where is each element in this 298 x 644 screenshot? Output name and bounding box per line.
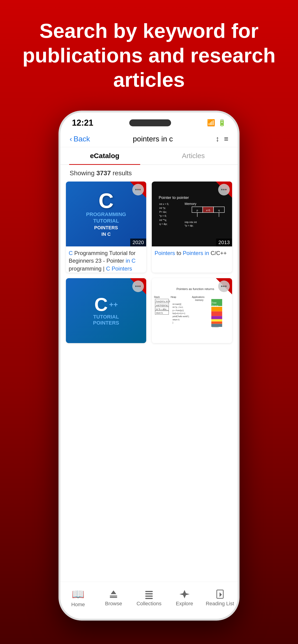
card-4-menu-button[interactable]: ••• bbox=[218, 280, 230, 292]
card-2-title-pointers: Pointers bbox=[155, 250, 175, 256]
result-card-1[interactable]: C PROGRAMMINGTUTORIALPOINTERSIN C ••• 20… bbox=[66, 182, 146, 272]
app-nav: ‹ Back pointers in c ↕ ≡ bbox=[60, 131, 238, 147]
svg-text:}: } bbox=[173, 322, 173, 324]
search-query-display: pointers in c bbox=[133, 135, 173, 143]
tab-articles[interactable]: Articles bbox=[149, 147, 238, 164]
svg-text:x=5: x=5 bbox=[206, 209, 210, 212]
svg-rect-37 bbox=[211, 319, 222, 321]
card-1-menu-button[interactable]: ••• bbox=[132, 184, 144, 196]
svg-text:int *b = alloc...: int *b = alloc... bbox=[156, 308, 168, 310]
phone-notch bbox=[129, 120, 171, 126]
svg-text:intp intx int: intp intx int bbox=[185, 221, 197, 224]
cpp-letter: C bbox=[94, 295, 108, 314]
tab-articles-label: Articles bbox=[182, 152, 205, 160]
card-1-title-c: C bbox=[69, 250, 73, 256]
svg-text:return 0;: return 0; bbox=[173, 318, 180, 320]
nav-reading-list-label: Reading List bbox=[206, 601, 234, 607]
svg-marker-50 bbox=[111, 590, 116, 594]
nav-home-label: Home bbox=[71, 602, 85, 608]
svg-text:Free: Free bbox=[212, 302, 216, 304]
bottom-nav: 📖 Home Browse Collections bbox=[60, 582, 238, 619]
explore-icon bbox=[179, 589, 190, 599]
svg-rect-38 bbox=[211, 321, 222, 324]
svg-rect-51 bbox=[145, 591, 153, 592]
cpp-plus: ++ bbox=[109, 300, 118, 309]
svg-text:int main(){: int main(){ bbox=[173, 303, 181, 305]
nav-item-home[interactable]: 📖 Home bbox=[60, 588, 96, 608]
battery-icon: 🔋 bbox=[218, 119, 226, 126]
svg-text:for(i=0;i<3;i++): for(i=0;i<3;i++) bbox=[173, 312, 185, 314]
tabs-bar: eCatalog Articles bbox=[60, 147, 238, 165]
svg-text:Applications: Applications bbox=[192, 296, 204, 298]
results-count: 3737 bbox=[96, 170, 111, 177]
svg-rect-52 bbox=[145, 593, 153, 594]
sort-icon[interactable]: ↕ bbox=[216, 135, 219, 143]
card-4-image: Pointers as function returns Stack Heap … bbox=[152, 278, 232, 343]
result-card-2[interactable]: Pointer to pointer int x = 5; int *p; P=… bbox=[152, 182, 232, 272]
card-1-title: C Programming Tutorial for Beginners 23 … bbox=[66, 246, 146, 272]
nav-item-collections[interactable]: Collections bbox=[131, 589, 167, 607]
card-1-year: 2020 bbox=[130, 238, 146, 246]
results-info: Showing 3737 results bbox=[60, 165, 238, 182]
results-suffix: results bbox=[113, 170, 132, 177]
filter-icon[interactable]: ≡ bbox=[224, 135, 228, 143]
nav-explore-label: Explore bbox=[176, 601, 193, 607]
card-2-year: 2013 bbox=[216, 238, 232, 246]
svg-text:int **q;: int **q; bbox=[159, 218, 167, 221]
nav-collections-label: Collections bbox=[136, 601, 162, 607]
svg-text:Stack: Stack bbox=[154, 296, 160, 298]
results-prefix: Showing bbox=[70, 170, 96, 177]
c-prog-subtitle: PROGRAMMINGTUTORIALPOINTERSIN C bbox=[86, 211, 126, 238]
nav-item-browse[interactable]: Browse bbox=[96, 589, 131, 607]
svg-rect-34 bbox=[211, 307, 222, 311]
svg-text:*p = 6;: *p = 6; bbox=[159, 214, 167, 217]
card-1-title-text2: programming | bbox=[69, 266, 106, 272]
tab-ecatalog-label: eCatalog bbox=[90, 152, 120, 160]
tab-ecatalog[interactable]: eCatalog bbox=[60, 147, 149, 164]
card-1-title-cpointers: C Pointers bbox=[106, 266, 132, 272]
card-2-title-pointersin: Pointers in bbox=[183, 250, 209, 256]
nav-item-reading-list[interactable]: Reading List bbox=[202, 589, 238, 607]
hero-text: Search by keyword for publications and r… bbox=[0, 0, 298, 106]
nav-action-icons: ↕ ≡ bbox=[216, 135, 228, 143]
card-1-title-inc: in C bbox=[126, 258, 136, 264]
svg-text:int *p;: int *p; bbox=[159, 206, 166, 209]
card-2-title-cpp: C/C++ bbox=[210, 250, 226, 256]
results-grid: C PROGRAMMINGTUTORIALPOINTERSIN C ••• 20… bbox=[60, 182, 238, 349]
svg-text:Func(int*a, int b): Func(int*a, int b) bbox=[156, 300, 170, 302]
cpp-subtitle: TUTORIALPOINTERS bbox=[93, 314, 119, 326]
svg-text:q: q bbox=[218, 209, 220, 212]
svg-text:int *p, i, k=1;: int *p, i, k=1; bbox=[173, 306, 183, 308]
svg-text:printf("hello world");: printf("hello world"); bbox=[173, 315, 189, 318]
chevron-left-icon: ‹ bbox=[70, 135, 72, 143]
svg-text:memory: memory bbox=[195, 299, 203, 301]
card-2-title: Pointers to Pointers in C/C++ bbox=[152, 246, 232, 257]
result-card-4[interactable]: Pointers as function returns Stack Heap … bbox=[152, 278, 232, 343]
nav-browse-label: Browse bbox=[105, 601, 122, 607]
svg-rect-48 bbox=[110, 596, 117, 596]
wifi-icon: 📶 bbox=[207, 119, 215, 126]
svg-text:*p = dp;: *p = dp; bbox=[185, 224, 194, 227]
svg-text:p: p bbox=[197, 209, 198, 212]
reading-list-icon bbox=[215, 589, 225, 599]
card-3-menu-button[interactable]: ••• bbox=[132, 280, 144, 292]
phone-wrapper: 12:21 📶 🔋 ‹ Back pointers in c ↕ ≡ eCata… bbox=[0, 106, 298, 620]
home-icon: 📖 bbox=[72, 588, 85, 600]
back-label[interactable]: Back bbox=[74, 135, 90, 143]
card-2-menu-button[interactable]: ••• bbox=[218, 184, 230, 196]
result-card-3[interactable]: C ++ TUTORIALPOINTERS ••• bbox=[66, 278, 146, 343]
svg-text:p = Func(p,i);: p = Func(p,i); bbox=[173, 309, 184, 311]
phone-frame: 12:21 📶 🔋 ‹ Back pointers in c ↕ ≡ eCata… bbox=[59, 110, 239, 620]
svg-text:Pointers as function returns: Pointers as function returns bbox=[176, 287, 214, 291]
collections-icon bbox=[144, 589, 154, 599]
svg-rect-53 bbox=[145, 596, 153, 597]
svg-marker-57 bbox=[219, 592, 222, 597]
svg-rect-35 bbox=[211, 311, 222, 316]
back-button[interactable]: ‹ Back bbox=[70, 135, 90, 143]
svg-rect-49 bbox=[110, 597, 117, 598]
nav-item-explore[interactable]: Explore bbox=[167, 589, 202, 607]
svg-text:Pointer to pointer: Pointer to pointer bbox=[159, 195, 189, 200]
card-3-image: C ++ TUTORIALPOINTERS ••• bbox=[66, 278, 146, 343]
svg-text:int x = 5;: int x = 5; bbox=[159, 202, 169, 206]
svg-text:P= &x;: P= &x; bbox=[159, 210, 167, 213]
